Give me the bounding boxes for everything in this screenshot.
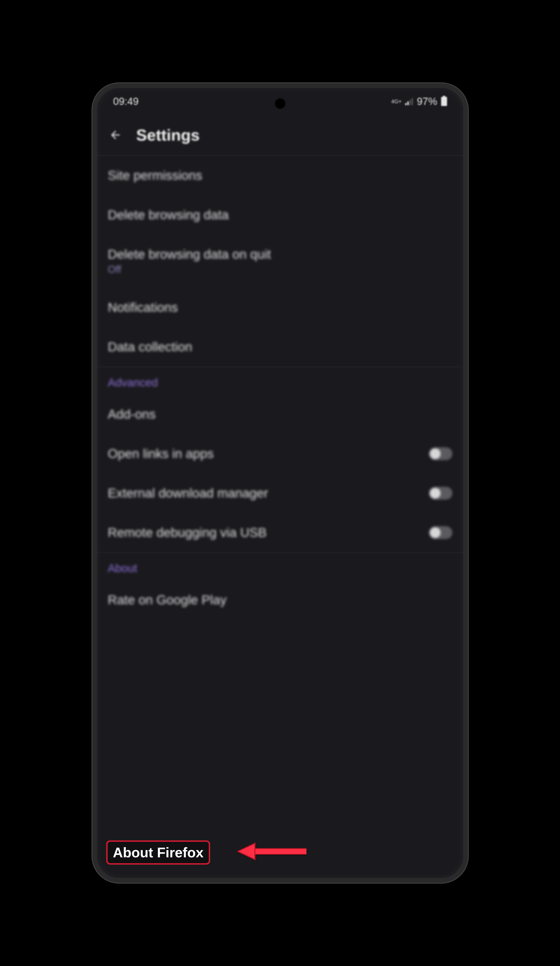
item-label: Delete browsing data (108, 207, 229, 222)
settings-item-addons[interactable]: Add-ons (97, 394, 463, 434)
arrow-left-pointer-icon (234, 840, 309, 864)
settings-item-remote-debugging[interactable]: Remote debugging via USB (97, 513, 463, 552)
arrow-left-icon (109, 128, 122, 141)
section-header-about: About (97, 553, 463, 580)
highlight-callout-box: About Firefox (106, 840, 210, 864)
settings-item-site-permissions[interactable]: Site permissions (97, 156, 463, 195)
item-label: Open links in apps (108, 446, 214, 461)
item-label: Notifications (108, 300, 178, 315)
page-title: Settings (136, 126, 200, 145)
side-button (467, 335, 468, 421)
battery-percentage: 97% (417, 96, 437, 107)
item-label: Add-ons (108, 407, 156, 422)
settings-item-open-links-in-apps[interactable]: Open links in apps (97, 434, 463, 473)
app-header: Settings (97, 115, 463, 155)
camera-hole (275, 99, 285, 108)
settings-item-about-firefox[interactable]: About Firefox (106, 840, 210, 864)
phone-device-frame: 09:49 4G+ 97% Settings (92, 83, 468, 883)
item-label: External download manager (108, 486, 268, 501)
section-label: About (108, 562, 137, 575)
signal-icon (405, 98, 413, 105)
toggle-switch[interactable] (429, 487, 452, 499)
settings-item-rate-on-google-play[interactable]: Rate on Google Play (97, 580, 463, 619)
status-indicators: 4G+ 97% (391, 96, 447, 107)
side-button (467, 276, 468, 324)
item-label: About Firefox (113, 845, 204, 860)
section-header-advanced: Advanced (97, 367, 463, 394)
network-type-label: 4G+ (391, 99, 401, 104)
battery-icon (441, 97, 447, 106)
item-label: Remote debugging via USB (108, 525, 267, 540)
settings-list: Site permissions Delete browsing data De… (97, 156, 463, 619)
annotation-arrow (234, 840, 309, 864)
settings-item-external-download-manager[interactable]: External download manager (97, 473, 463, 513)
side-button (467, 458, 468, 512)
item-subtitle: Off (108, 264, 271, 275)
toggle-switch[interactable] (429, 447, 452, 460)
item-label: Rate on Google Play (108, 593, 227, 607)
back-button[interactable] (108, 127, 123, 143)
settings-item-delete-on-quit[interactable]: Delete browsing data on quit Off (97, 235, 463, 288)
item-label: Data collection (108, 340, 192, 354)
settings-item-data-collection[interactable]: Data collection (97, 327, 463, 366)
phone-screen: 09:49 4G+ 97% Settings (97, 88, 463, 878)
item-label: Site permissions (108, 168, 202, 183)
section-label: Advanced (108, 376, 158, 389)
settings-item-delete-browsing-data[interactable]: Delete browsing data (97, 195, 463, 235)
status-time: 09:49 (113, 96, 139, 107)
settings-item-notifications[interactable]: Notifications (97, 288, 463, 327)
item-label: Delete browsing data on quit (108, 247, 271, 261)
toggle-switch[interactable] (429, 526, 452, 539)
